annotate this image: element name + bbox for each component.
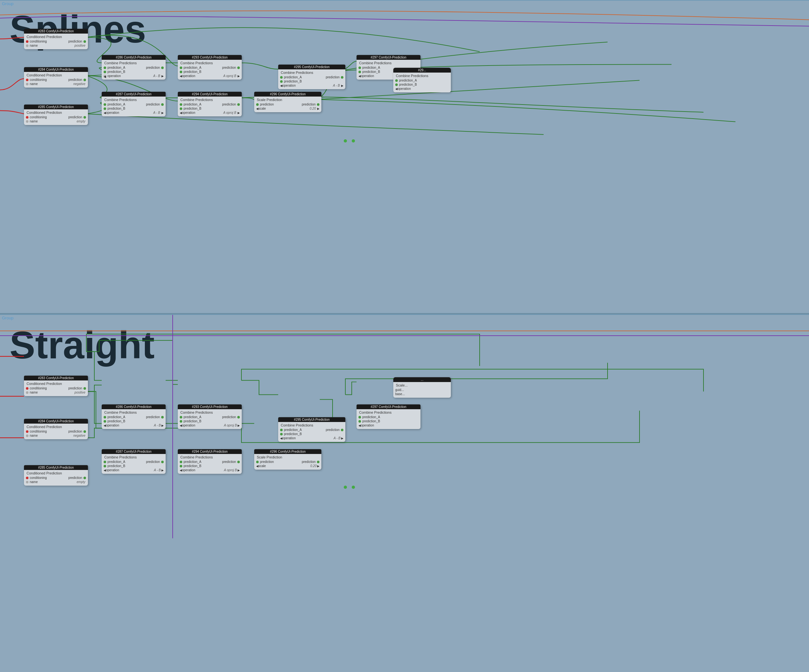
dot-green-icon xyxy=(180,465,182,468)
arrow-left-icon: ◀ xyxy=(180,74,182,78)
arrow-left-icon: ◀ xyxy=(180,469,182,472)
dot-green-icon xyxy=(84,116,86,119)
dot-red-icon xyxy=(26,116,29,119)
straight-node-294-header: #294 ComfyUI-Prediction xyxy=(178,449,242,454)
arrow-left-icon: ◀ xyxy=(104,111,106,114)
dot-grey-icon xyxy=(26,391,29,394)
label-pred-b: prediction_B xyxy=(362,70,380,74)
straight-node-295-header: #295 ComfyUI-Prediction xyxy=(278,417,345,422)
label-pred-b: prediction_B xyxy=(183,70,201,74)
svg-point-9 xyxy=(352,486,355,489)
label-operation: operation xyxy=(182,468,195,472)
value-negative: negative xyxy=(73,434,86,437)
value-empty: empty xyxy=(77,119,86,123)
label-pred-a: prediction_A xyxy=(284,428,302,432)
label-prediction: prediction xyxy=(69,40,82,43)
straight-node-286: #286 ComfyUI-Prediction Combine Predicti… xyxy=(102,404,166,429)
node-295-title: Combine Predictions xyxy=(280,70,343,74)
straight-node-284-header: #284 ComfyUI-Prediction xyxy=(24,419,88,424)
value-op: A - B xyxy=(334,436,341,440)
arrow-left-icon: ◀ xyxy=(180,424,182,427)
dot-green-icon xyxy=(104,103,106,106)
straight-node-285-header: #285 ComfyUI-Prediction xyxy=(24,465,88,470)
label-name: name xyxy=(30,480,38,484)
node-284-title: Conditioned Prediction xyxy=(26,73,86,77)
label-prediction: prediction xyxy=(146,460,160,464)
label-operation: operation xyxy=(282,84,296,87)
dot-green-icon xyxy=(180,420,182,422)
label-guide: guid... xyxy=(395,388,404,392)
label-pred-a: prediction_A xyxy=(107,66,125,69)
value-op: A - B xyxy=(154,424,161,427)
label-conditioning: conditioning xyxy=(30,116,47,119)
dot-green-icon xyxy=(341,429,343,431)
straight-node-285: #285 ComfyUI-Prediction Conditioned Pred… xyxy=(24,465,88,486)
node-283-title: Conditioned Prediction xyxy=(26,35,86,39)
straight-node-scale-partial: ... Scale... guid... base... xyxy=(393,377,451,398)
label-operation: operation xyxy=(398,87,411,90)
node-286: #286 ComfyUI-Prediction Combine Predicti… xyxy=(102,55,166,80)
straight-node-scale-header: ... xyxy=(393,377,451,382)
label-prediction: prediction xyxy=(222,415,236,419)
label-pred-a: prediction_A xyxy=(362,415,380,419)
label-pred-b: prediction_B xyxy=(107,107,125,110)
straight-node-283-header: #283 ComfyUI-Prediction xyxy=(24,375,88,380)
svg-point-8 xyxy=(344,486,347,489)
label-prediction: prediction xyxy=(326,75,340,79)
svg-point-1 xyxy=(352,139,355,142)
dot-green-icon xyxy=(104,465,106,468)
label-scale: scale xyxy=(258,107,266,110)
dot-green-icon xyxy=(180,103,182,106)
label-pred-a: prediction_A xyxy=(183,460,201,464)
label-conditioning: conditioning xyxy=(30,40,47,43)
label-pred-a: prediction_A xyxy=(107,102,125,106)
straight-node-284: #284 ComfyUI-Prediction Conditioned Pred… xyxy=(24,419,88,439)
label-name: name xyxy=(30,119,38,123)
dot-green-icon xyxy=(237,103,240,106)
value-op: A oproj B xyxy=(223,74,236,78)
dot-green-icon xyxy=(104,67,106,69)
node-296-header: #296 ComfyUI-Prediction xyxy=(254,92,321,97)
label-operation: operation xyxy=(282,436,296,440)
value-empty: empty xyxy=(77,480,86,484)
dot-green-icon xyxy=(180,107,182,110)
node-285: #285 ComfyUI-Prediction Conditioned Pred… xyxy=(24,104,88,125)
straight-node-287-header: #287 ComfyUI-Prediction xyxy=(102,449,166,454)
straight-node-297-title: Combine Predictions xyxy=(358,411,419,414)
straight-node-296-header: #296 ComfyUI-Prediction xyxy=(254,449,321,454)
label-pred-a: prediction_A xyxy=(183,66,201,69)
label-operation: operation xyxy=(107,74,121,78)
node-287: #287 ComfyUI-Prediction Combine Predicti… xyxy=(102,92,166,116)
dot-green-icon xyxy=(358,416,361,419)
label-pred-b: prediction_B xyxy=(107,464,125,468)
arrow-right-icon: ▶ xyxy=(317,464,319,468)
value-positive: positive xyxy=(74,390,86,394)
node-296-title: Scale Prediction xyxy=(256,98,319,102)
label-operation: operation xyxy=(106,424,119,427)
value-scale: 0.20 xyxy=(310,107,316,110)
node-285-title: Conditioned Prediction xyxy=(26,111,86,114)
node-284: #284 ComfyUI-Prediction Conditioned Pred… xyxy=(24,67,88,87)
straight-node-293: #293 ComfyUI-Prediction Combine Predicti… xyxy=(178,404,242,429)
label-pred-b: prediction_B xyxy=(183,464,201,468)
label-operation: operation xyxy=(182,424,195,427)
node-283-header: #283 ComfyUI-Prediction xyxy=(24,29,88,34)
node-296: #296 ComfyUI-Prediction Scale Prediction… xyxy=(254,92,321,112)
straight-node-293-header: #293 ComfyUI-Prediction xyxy=(178,404,242,409)
dot-green-icon xyxy=(84,387,86,390)
dot-red-icon xyxy=(26,387,29,390)
label-name: name xyxy=(30,390,38,394)
dot-green-icon xyxy=(280,76,283,79)
arrow-left-icon: ◀ xyxy=(104,424,106,427)
dot-green-icon xyxy=(395,84,398,86)
label-pred-b: prediction_B xyxy=(107,419,125,423)
label-pred-a: prediction_A xyxy=(183,102,201,106)
arrow-left-icon: ◀ xyxy=(358,424,361,427)
svg-point-0 xyxy=(344,139,347,142)
node-286-header: #286 ComfyUI-Prediction xyxy=(102,55,166,60)
arrow-right-icon: ▶ xyxy=(238,74,240,78)
dot-grey-icon xyxy=(26,481,29,483)
straight-node-297: #297 ComfyUI-Prediction Combine Predicti… xyxy=(356,404,421,429)
label-name: name xyxy=(30,82,38,85)
dot-grey-icon xyxy=(26,83,29,85)
